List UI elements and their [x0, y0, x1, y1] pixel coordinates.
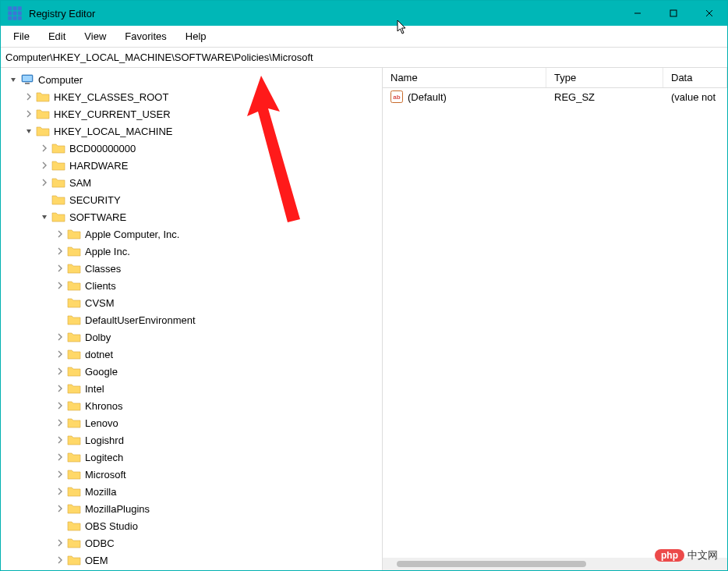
tree-node[interactable]: CVSM	[1, 294, 382, 311]
folder-icon	[67, 399, 81, 412]
tree-node[interactable]: dotnet	[1, 346, 382, 363]
tree-scroll[interactable]: ComputerHKEY_CLASSES_ROOTHKEY_CURRENT_US…	[1, 68, 382, 570]
minimize-button[interactable]	[620, 1, 656, 26]
tree-node[interactable]: Apple Computer, Inc.	[1, 225, 382, 243]
col-header-name[interactable]: Name	[383, 68, 546, 87]
tree-node[interactable]: HKEY_CURRENT_USER	[1, 105, 382, 122]
chevron-right-icon[interactable]	[54, 279, 66, 292]
window: Registry Editor FileEditViewFavoritesHel…	[0, 0, 728, 571]
tree-node[interactable]: Logishrd	[1, 431, 382, 449]
list-body[interactable]: ab(Default)REG_SZ(value not	[383, 88, 727, 558]
tree-node-label: Khronos	[85, 400, 122, 412]
chevron-right-icon[interactable]	[54, 348, 66, 360]
tree-node-label: SECURITY	[69, 194, 121, 206]
tree-node-label: DefaultUserEnvironment	[85, 314, 196, 326]
string-value-icon: ab	[391, 90, 403, 103]
tree-node-label: SOFTWARE	[69, 211, 126, 223]
close-button[interactable]	[691, 1, 727, 26]
tree-node[interactable]: SECURITY	[1, 191, 382, 208]
tree-node[interactable]: Classes	[1, 260, 382, 277]
tree-node-label: Google	[85, 366, 118, 378]
svg-rect-14	[23, 76, 32, 81]
address-bar[interactable]: Computer\HKEY_LOCAL_MACHINE\SOFTWARE\Pol…	[1, 48, 727, 68]
tree-node[interactable]: SOFTWARE	[1, 208, 382, 225]
chevron-right-icon[interactable]	[54, 502, 66, 515]
tree-node-label: Dolby	[85, 332, 111, 343]
tree-node[interactable]: MozillaPlugins	[1, 500, 382, 517]
chevron-right-icon[interactable]	[54, 537, 66, 549]
folder-icon	[67, 502, 81, 515]
menu-file[interactable]: File	[4, 27, 39, 45]
chevron-right-icon[interactable]	[54, 262, 66, 275]
chevron-right-icon[interactable]	[54, 417, 66, 429]
tree-pane: ComputerHKEY_CLASSES_ROOTHKEY_CURRENT_US…	[1, 68, 383, 570]
tree-node-label: Logitech	[85, 452, 123, 463]
tree-node[interactable]: Logitech	[1, 449, 382, 466]
tree-node[interactable]: BCD00000000	[1, 140, 382, 157]
chevron-right-icon[interactable]	[54, 451, 66, 463]
chevron-down-icon[interactable]	[23, 125, 35, 137]
svg-rect-8	[18, 16, 22, 20]
tree-node[interactable]: Dolby	[1, 328, 382, 346]
chevron-down-icon[interactable]	[7, 73, 19, 86]
folder-icon	[36, 125, 50, 137]
folder-icon	[67, 554, 81, 566]
tree-node[interactable]: SAM	[1, 174, 382, 191]
tree-node[interactable]: OEM	[1, 551, 382, 569]
tree-node[interactable]: Lenovo	[1, 414, 382, 431]
svg-rect-10	[670, 10, 677, 16]
col-header-data[interactable]: Data	[663, 68, 727, 87]
cell-name: ab(Default)	[383, 90, 546, 103]
svg-text:ab: ab	[393, 94, 400, 101]
tree-node[interactable]: Google	[1, 363, 382, 380]
menu-favorites[interactable]: Favorites	[115, 27, 175, 45]
list-row[interactable]: ab(Default)REG_SZ(value not	[383, 88, 727, 105]
folder-icon	[67, 468, 81, 481]
tree-node-label: CVSM	[85, 297, 115, 309]
menu-edit[interactable]: Edit	[39, 27, 75, 45]
chevron-right-icon[interactable]	[38, 176, 51, 189]
chevron-right-icon[interactable]	[54, 382, 66, 395]
menu-view[interactable]: View	[75, 27, 115, 45]
tree-node[interactable]: HKEY_CLASSES_ROOT	[1, 88, 382, 105]
tree-node[interactable]: Khronos	[1, 397, 382, 414]
col-header-type[interactable]: Type	[546, 68, 663, 87]
chevron-right-icon[interactable]	[54, 554, 66, 566]
tree-node[interactable]: DefaultUserEnvironment	[1, 311, 382, 328]
tree-node[interactable]: Clients	[1, 277, 382, 294]
svg-rect-6	[8, 16, 12, 20]
tree-node-label: HARDWARE	[69, 160, 128, 172]
chevron-right-icon[interactable]	[54, 399, 66, 412]
hscroll-thumb[interactable]	[397, 561, 586, 567]
tree-node[interactable]: ODBC	[1, 534, 382, 551]
chevron-right-icon[interactable]	[23, 108, 35, 120]
maximize-button[interactable]	[656, 1, 691, 26]
tree-node[interactable]: Intel	[1, 380, 382, 397]
chevron-down-icon[interactable]	[38, 211, 51, 223]
cell-type: REG_SZ	[546, 91, 663, 103]
chevron-right-icon[interactable]	[54, 245, 66, 257]
titlebar[interactable]: Registry Editor	[1, 1, 727, 26]
toggle-none	[54, 296, 66, 309]
chevron-right-icon[interactable]	[54, 331, 66, 343]
tree: ComputerHKEY_CLASSES_ROOTHKEY_CURRENT_US…	[1, 68, 382, 570]
tree-node[interactable]: OBS Studio	[1, 517, 382, 534]
menu-help[interactable]: Help	[176, 27, 216, 45]
tree-node[interactable]: Apple Inc.	[1, 243, 382, 260]
tree-node[interactable]: HKEY_LOCAL_MACHINE	[1, 122, 382, 140]
tree-node-label: Classes	[85, 263, 121, 275]
chevron-right-icon[interactable]	[54, 365, 66, 378]
chevron-right-icon[interactable]	[54, 468, 66, 481]
chevron-right-icon[interactable]	[38, 159, 51, 172]
chevron-right-icon[interactable]	[54, 485, 66, 498]
tree-node-label: Apple Computer, Inc.	[85, 229, 179, 240]
tree-node[interactable]: HARDWARE	[1, 157, 382, 174]
chevron-right-icon[interactable]	[54, 228, 66, 240]
folder-icon	[67, 331, 81, 343]
tree-node[interactable]: Mozilla	[1, 483, 382, 500]
tree-node[interactable]: Computer	[1, 71, 382, 88]
chevron-right-icon[interactable]	[23, 90, 35, 103]
chevron-right-icon[interactable]	[38, 142, 51, 154]
tree-node[interactable]: Microsoft	[1, 466, 382, 483]
chevron-right-icon[interactable]	[54, 434, 66, 446]
